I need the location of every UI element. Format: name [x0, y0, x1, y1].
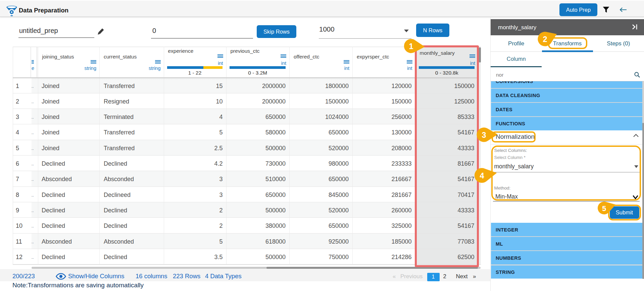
svg-text:5: 5 [602, 204, 606, 213]
svg-text:1: 1 [409, 42, 413, 51]
svg-text:3: 3 [482, 131, 486, 139]
svg-text:2: 2 [543, 35, 547, 44]
svg-text:4: 4 [480, 171, 484, 180]
